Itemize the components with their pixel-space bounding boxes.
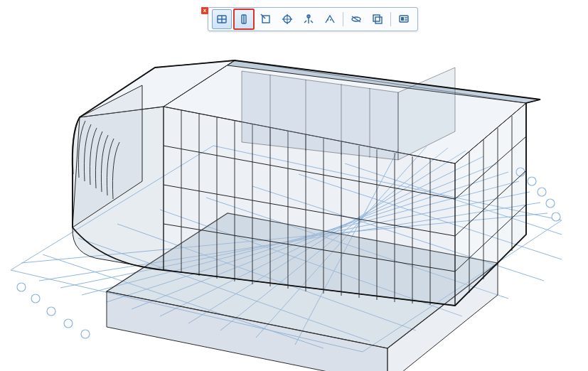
shadows-button[interactable] <box>368 9 387 29</box>
svg-point-24 <box>81 330 90 338</box>
svg-line-76 <box>261 14 265 18</box>
close-icon[interactable]: x <box>201 7 208 14</box>
graphic-options-button[interactable] <box>394 9 414 29</box>
svg-point-28 <box>546 199 555 208</box>
svg-rect-88 <box>401 17 404 21</box>
svg-rect-85 <box>373 15 380 21</box>
svg-point-22 <box>47 307 55 316</box>
shaded-button[interactable] <box>277 9 297 29</box>
hidden-line-icon <box>260 13 272 26</box>
svg-rect-86 <box>375 17 382 23</box>
hidden-line-button[interactable] <box>256 9 276 29</box>
shaded-icon <box>281 13 294 26</box>
model-viewport[interactable] <box>0 0 588 371</box>
realistic-button[interactable] <box>320 9 340 29</box>
svg-point-27 <box>538 188 546 196</box>
ghost-surfaces-icon <box>237 13 250 26</box>
svg-point-26 <box>528 177 536 186</box>
toolbar-separator <box>343 12 343 26</box>
svg-point-29 <box>552 213 560 221</box>
graphic-options-icon <box>397 13 410 26</box>
visual-style-toolbar[interactable]: x <box>208 7 418 31</box>
ghost-surfaces-button[interactable] <box>233 9 255 30</box>
svg-point-20 <box>17 283 26 291</box>
wireframe-button[interactable] <box>212 9 232 29</box>
consistent-colors-button[interactable] <box>299 9 319 29</box>
consistent-colors-icon <box>302 13 315 26</box>
ray-trace-icon <box>350 13 363 26</box>
realistic-icon <box>324 13 336 26</box>
svg-point-23 <box>64 319 73 328</box>
shadows-icon <box>371 13 384 26</box>
wireframe-icon <box>215 13 228 26</box>
svg-point-21 <box>31 294 40 303</box>
toolbar-separator <box>390 12 391 26</box>
ray-trace-button[interactable] <box>346 9 366 29</box>
